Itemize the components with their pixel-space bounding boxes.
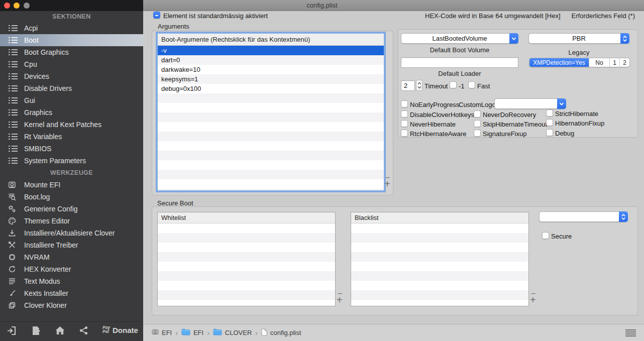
sidebar-item-acpi[interactable]: Acpi xyxy=(0,22,143,34)
chevron-down-icon[interactable] xyxy=(509,33,518,44)
breadcrumb-item[interactable]: EFI xyxy=(193,329,203,336)
never-hibernate-checkbox[interactable] xyxy=(401,120,408,127)
sidebar-item-mounte-efi[interactable]: Mounte EFI xyxy=(0,179,143,191)
minus-one-checkbox[interactable] xyxy=(450,81,457,88)
sidebar-item-graphics[interactable]: Graphics xyxy=(0,106,143,119)
disable-clover-hotkeys-checkbox[interactable] xyxy=(401,110,408,118)
sidebar-item-label: Graphics xyxy=(24,108,52,117)
add-blacklist-button[interactable]: + xyxy=(530,296,536,303)
list-item[interactable]: -v xyxy=(158,46,384,55)
segment-xmp-1[interactable]: 1 xyxy=(609,58,619,67)
default-enabled-label: Element ist standardmässig aktiviert xyxy=(163,12,268,20)
sidebar-sections-header: SEKTIONEN xyxy=(0,11,143,22)
chip-icon xyxy=(8,253,20,261)
sidebar-item-label: System Parameters xyxy=(24,157,86,165)
sidebar-item-installiere-clover[interactable]: Installiere/Aktualisiere Clover xyxy=(0,227,143,239)
sidebar-item-boot-log[interactable]: Boot.log xyxy=(0,191,143,203)
timeout-input[interactable] xyxy=(401,80,415,91)
never-do-recovery-label: NeverDoRecovery xyxy=(483,111,536,119)
menu-icon[interactable] xyxy=(625,329,636,337)
sidebar-item-boot[interactable]: Boot xyxy=(0,34,143,46)
never-do-recovery-checkbox[interactable] xyxy=(474,110,481,118)
tools-icon xyxy=(8,241,20,249)
paypal-icon[interactable]: Pay Pal xyxy=(102,325,110,333)
chevron-updown-icon[interactable] xyxy=(620,33,629,44)
sidebar-item-hex-konverter[interactable]: HEX Konverter xyxy=(0,263,143,275)
import-icon[interactable] xyxy=(6,325,17,338)
breadcrumb-item[interactable]: config.plist xyxy=(270,329,301,336)
secure-boot-policy-select[interactable] xyxy=(539,211,628,222)
sidebar-item-system-parameters[interactable]: System Parameters xyxy=(0,155,143,167)
sidebar-item-nvram[interactable]: NVRAM xyxy=(0,251,143,263)
default-loader-input[interactable] xyxy=(401,57,518,68)
legacy-label: Legacy xyxy=(528,49,629,56)
default-boot-volume-select[interactable]: LastBootedVolume xyxy=(401,33,518,44)
blacklist-list[interactable]: Blacklist xyxy=(351,212,529,306)
sidebar-item-clover-kloner[interactable]: Clover Kloner xyxy=(0,299,143,311)
arguments-section-label: Arguments xyxy=(158,23,189,30)
sidebar-item-devices[interactable]: Devices xyxy=(0,70,143,82)
xmp-detection-segmented: XMPDetection=Yes No 1 2 xyxy=(529,58,630,67)
sidebar-item-disable-drivers[interactable]: Disable Drivers xyxy=(0,82,143,94)
list-item[interactable]: dart=0 xyxy=(158,55,384,65)
drive-icon xyxy=(8,181,20,189)
blacklist-header: Blacklist xyxy=(351,212,528,223)
close-button[interactable] xyxy=(4,3,10,9)
sidebar-item-label: SMBIOS xyxy=(24,145,51,153)
whitelist-list[interactable]: Whitelist xyxy=(157,212,336,306)
chevron-updown-icon[interactable] xyxy=(619,211,628,222)
strict-hibernate-checkbox[interactable] xyxy=(546,109,553,117)
hibernation-fixup-label: HibernationFixup xyxy=(555,120,604,127)
boot-arguments-list[interactable]: Boot-Argumente (Rechtsklick für das Kont… xyxy=(157,33,384,191)
minimize-button[interactable] xyxy=(14,3,20,9)
sidebar-item-gui[interactable]: Gui xyxy=(0,94,143,106)
legacy-select[interactable]: PBR xyxy=(528,33,629,44)
list-item[interactable]: keepsyms=1 xyxy=(158,74,384,84)
add-argument-button[interactable]: + xyxy=(384,180,390,187)
sidebar-item-boot-graphics[interactable]: Boot Graphics xyxy=(0,46,143,58)
sidebar-item-themes-editor[interactable]: Themes Editor xyxy=(0,215,143,227)
no-early-progress-checkbox[interactable] xyxy=(401,100,408,107)
breadcrumb-item[interactable]: EFI xyxy=(162,329,172,336)
boot-arguments-list-header: Boot-Argumente (Rechtsklick für das Kont… xyxy=(158,34,384,46)
share-icon[interactable] xyxy=(79,325,88,337)
list-item[interactable]: debug=0x100 xyxy=(158,84,384,93)
debug-checkbox[interactable] xyxy=(546,129,553,136)
folder-icon xyxy=(181,328,190,337)
sidebar-item-label: Boot xyxy=(24,36,39,44)
secure-label: Secure xyxy=(551,233,572,240)
secure-checkbox[interactable] xyxy=(542,232,549,239)
segment-xmp-2[interactable]: 2 xyxy=(619,58,629,67)
log-search-icon xyxy=(8,193,20,201)
custom-logo-select[interactable] xyxy=(494,98,566,109)
sidebar-item-rt-variables[interactable]: Rt Variables xyxy=(0,131,143,143)
sidebar-item-label: Text Modus xyxy=(24,277,60,285)
hibernation-fixup-checkbox[interactable] xyxy=(546,119,553,126)
add-whitelist-button[interactable]: + xyxy=(337,296,343,303)
segment-xmp-yes[interactable]: XMPDetection=Yes xyxy=(529,58,589,67)
default-enabled-checkbox[interactable] xyxy=(153,12,160,19)
list-item[interactable]: darkwake=10 xyxy=(158,65,384,74)
sidebar-item-text-modus[interactable]: Text Modus xyxy=(0,275,143,287)
donate-button[interactable]: Donate xyxy=(113,326,138,334)
rtc-hibernate-aware-checkbox[interactable] xyxy=(401,130,408,137)
export-icon[interactable] xyxy=(31,325,41,338)
signature-fixup-checkbox[interactable] xyxy=(474,130,481,137)
sidebar-item-smbios[interactable]: SMBIOS xyxy=(0,143,143,155)
segment-xmp-no[interactable]: No xyxy=(589,58,609,67)
chevron-down-icon[interactable] xyxy=(557,98,566,109)
timeout-stepper[interactable] xyxy=(416,80,422,91)
default-loader-label: Default Loader xyxy=(401,70,518,77)
sidebar-item-label: Kernel and Kext Patches xyxy=(24,121,101,129)
sidebar-item-installiere-treiber[interactable]: Installiere Treiber xyxy=(0,239,143,251)
whitelist-header: Whitelist xyxy=(158,212,335,223)
sidebar-item-kernel-kext-patches[interactable]: Kernel and Kext Patches xyxy=(0,119,143,131)
zoom-button[interactable] xyxy=(24,3,30,9)
sidebar-item-cpu[interactable]: Cpu xyxy=(0,58,143,70)
sidebar-item-kexts-installer[interactable]: Kexts Installer xyxy=(0,287,143,299)
fast-checkbox[interactable] xyxy=(468,81,475,88)
skip-hibernate-timeout-checkbox[interactable] xyxy=(474,120,481,127)
sidebar-item-generiere-config[interactable]: Generiere Config xyxy=(0,203,143,215)
home-icon[interactable] xyxy=(55,325,65,337)
breadcrumb-item[interactable]: CLOVER xyxy=(225,329,252,336)
